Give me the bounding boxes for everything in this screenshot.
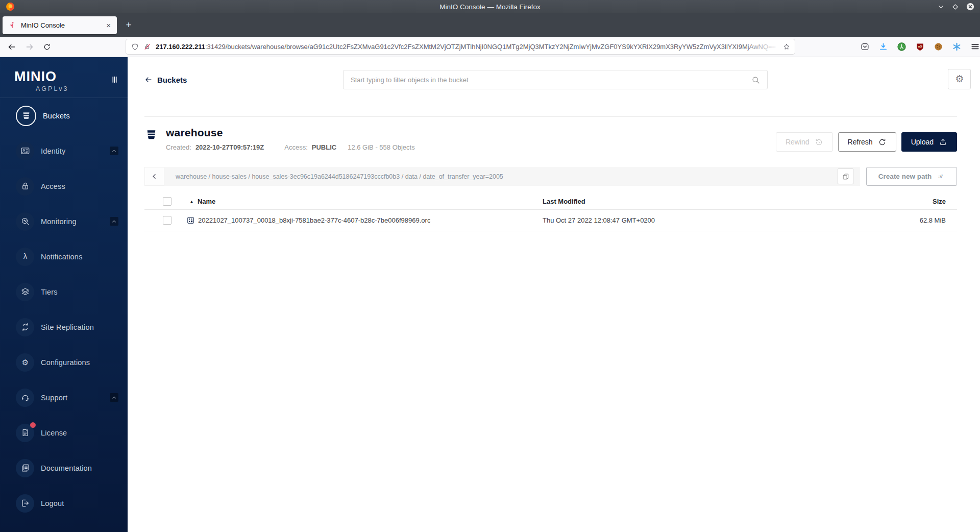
new-path-icon: :// [936,172,945,181]
sidebar-item-label: Buckets [43,112,70,120]
screen: MinIO Console — Mozilla Firefox MinIO Co… [0,0,980,532]
url-bar[interactable]: 217.160.222.211:31429/buckets/warehouse/… [126,39,795,54]
minio-logo: MINIO [14,69,119,84]
extension-snowflake-icon[interactable] [952,42,962,52]
copy-path-button[interactable] [838,168,853,184]
window-maximize-icon[interactable] [951,3,959,11]
reload-button[interactable] [43,43,51,51]
configurations-icon: ⚙ [20,357,30,367]
svg-text:⚙: ⚙ [955,74,964,85]
sidebar-item-logout[interactable]: Logout [0,486,128,521]
sidebar-item-label: Access [41,182,65,190]
app: MINIO AGPLv3 Buckets Identity Access [0,57,980,532]
sidebar-item-support[interactable]: Support [0,380,128,415]
shield-icon[interactable] [131,43,139,51]
support-icon [20,393,30,402]
sidebar-item-monitoring[interactable]: Monitoring [0,204,128,239]
menu-item-icon-circle [16,459,34,477]
bucket-settings-button[interactable]: ⚙ [948,69,971,89]
objects-table: ▲ Name Last Modified Size 20221027_10073… [144,194,957,231]
cookie-extension-icon[interactable] [934,42,943,52]
logout-icon [20,498,30,508]
access-label: Access: [284,143,308,151]
bucket-meta: Created: 2022-10-27T09:57:19Z Access: PU… [166,143,415,151]
sidebar-item-site-replication[interactable]: Site Replication [0,309,128,345]
search-input[interactable] [344,76,751,84]
menu-item-icon-circle [16,424,34,442]
tab-close-icon[interactable]: × [104,20,113,30]
sidebar-item-notifications[interactable]: λ Notifications [0,239,128,274]
menu-item-icon-circle [16,142,34,160]
object-filter-search[interactable] [343,70,768,89]
extension-icons: uO [860,42,962,52]
rewind-button[interactable]: Rewind [776,132,833,152]
window-controls [937,2,980,11]
menu-item-icon-circle [16,494,34,513]
refresh-button[interactable]: Refresh [838,132,896,152]
menu-item-icon-circle [16,318,34,336]
sidebar-item-label: License [41,429,67,437]
bucket-info: warehouse Created: 2022-10-27T09:57:19Z … [166,127,415,152]
table-row[interactable]: 20221027_100737_00018_b8xji-7581bae2-377… [144,210,957,231]
breadcrumb-back-button[interactable] [144,167,164,186]
download-icon[interactable] [878,42,888,52]
navigation-toolbar: 217.160.222.211:31429/buckets/warehouse/… [0,37,980,57]
create-new-path-button[interactable]: Create new path :// [866,167,957,186]
back-button[interactable] [7,42,16,52]
sidebar-item-label: Configurations [41,358,90,367]
sidebar-item-label: Identity [41,147,65,155]
chevron-up-icon[interactable] [110,217,118,226]
column-header-size: Size [860,198,957,205]
chevron-left-icon [151,173,158,180]
window-minimize-icon[interactable] [937,3,945,11]
menu-item-icon-circle: ⚙ [16,353,34,372]
upload-button[interactable]: Upload [901,132,957,152]
monitoring-icon [20,216,30,226]
ublock-origin-icon[interactable]: uO [915,42,925,52]
bucket-usage: 12.6 GiB - 558 Objects [348,143,415,151]
search-icon [751,76,760,84]
menu-item-icon-circle [16,389,34,407]
insecure-lock-icon[interactable] [143,43,151,51]
sidebar-item-identity[interactable]: Identity [0,133,128,168]
sidebar-item-buckets[interactable]: Buckets [0,98,128,133]
site-replication-icon [20,322,30,332]
bookmark-star-icon[interactable] [782,43,791,51]
tab-minio-console[interactable]: MinIO Console × [3,16,117,34]
select-all-checkbox[interactable] [163,197,172,206]
menu-hamburger-icon[interactable] [970,42,980,52]
new-tab-button[interactable]: + [121,18,136,32]
chevron-up-icon[interactable] [110,393,118,402]
access-icon [20,181,30,191]
sidebar-item-tiers[interactable]: Tiers [0,274,128,309]
sidebar-item-documentation[interactable]: Documentation [0,450,128,486]
extension-green-icon[interactable] [897,42,906,52]
sidebar-logo-row: MINIO AGPLv3 [0,57,128,98]
notifications-icon: λ [20,252,30,261]
chevron-up-icon[interactable] [110,147,118,155]
sidebar-item-configurations[interactable]: ⚙ Configurations [0,345,128,380]
upload-icon [939,138,947,147]
sidebar: MINIO AGPLv3 Buckets Identity Access [0,57,128,532]
sidebar-item-access[interactable]: Access [0,168,128,204]
menu-item-icon-circle [16,212,34,231]
sidebar-item-license[interactable]: License [0,415,128,450]
row-checkbox[interactable] [163,216,172,225]
column-header-name[interactable]: Name [198,198,215,205]
column-header-last-modified: Last Modified [543,198,860,205]
menu-item-icon-circle [16,106,36,126]
window-close-icon[interactable] [966,2,975,11]
forward-button[interactable] [25,42,34,52]
object-file-icon [186,216,195,225]
gear-icon: ⚙ [954,74,965,85]
bucket-title: warehouse [166,127,415,139]
back-arrow-icon [144,76,153,84]
sidebar-collapse-icon[interactable] [110,75,119,85]
pocket-icon[interactable] [860,42,870,52]
back-to-buckets-link[interactable]: Buckets [144,74,187,86]
table-header: ▲ Name Last Modified Size [144,194,957,210]
breadcrumb: warehouse / house-sales / house_sales-3e… [176,173,503,180]
created-label: Created: [166,143,191,151]
menu-item-icon-circle: λ [16,248,34,266]
sort-ascending-icon[interactable]: ▲ [189,199,194,204]
